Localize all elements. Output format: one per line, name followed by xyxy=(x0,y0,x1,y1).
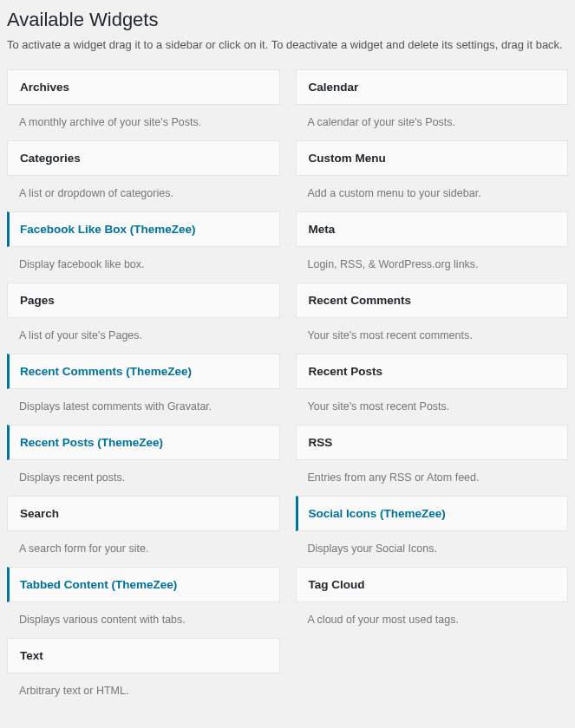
widget-description: Your site's most recent comments. xyxy=(296,318,569,354)
widget-description: Displays various content with tabs. xyxy=(7,602,280,638)
widget-description: A list or dropdown of categories. xyxy=(7,176,280,211)
widget-rss[interactable]: RSS xyxy=(296,425,569,460)
widget-description: Entries from any RSS or Atom feed. xyxy=(296,460,569,496)
widget-facebook-like-box-themezee[interactable]: Facebook Like Box (ThemeZee) xyxy=(7,211,280,247)
widget-recent-posts-themezee[interactable]: Recent Posts (ThemeZee) xyxy=(7,425,280,460)
widget-pages[interactable]: Pages xyxy=(7,283,280,318)
page-title: Available Widgets xyxy=(7,9,568,31)
widget-archives[interactable]: Archives xyxy=(7,69,280,105)
widget-columns: ArchivesA monthly archive of your site's… xyxy=(7,69,568,709)
widget-column-right: CalendarA calendar of your site's Posts.… xyxy=(296,69,569,709)
widget-description: A monthly archive of your site's Posts. xyxy=(7,105,280,140)
widget-calendar[interactable]: Calendar xyxy=(296,69,569,105)
widget-description: Add a custom menu to your sidebar. xyxy=(296,176,569,211)
widget-column-left: ArchivesA monthly archive of your site's… xyxy=(7,69,280,709)
widget-recent-posts[interactable]: Recent Posts xyxy=(296,354,569,389)
widget-recent-comments[interactable]: Recent Comments xyxy=(296,283,569,318)
widget-description: A search form for your site. xyxy=(7,531,280,567)
widget-description: Display facebook like box. xyxy=(7,247,280,283)
widget-description: A calendar of your site's Posts. xyxy=(296,105,569,140)
widget-description: Login, RSS, & WordPress.org links. xyxy=(296,247,569,283)
widget-recent-comments-themezee[interactable]: Recent Comments (ThemeZee) xyxy=(7,354,280,389)
widget-meta[interactable]: Meta xyxy=(296,211,569,247)
page-description: To activate a widget drag it to a sideba… xyxy=(7,36,568,54)
widget-search[interactable]: Search xyxy=(7,496,280,531)
widget-description: Displays latest comments with Gravatar. xyxy=(7,389,280,425)
widget-text[interactable]: Text xyxy=(7,638,280,673)
widget-tag-cloud[interactable]: Tag Cloud xyxy=(296,567,569,602)
widget-tabbed-content-themezee[interactable]: Tabbed Content (ThemeZee) xyxy=(7,567,280,602)
widget-custom-menu[interactable]: Custom Menu xyxy=(296,140,569,176)
widget-description: A list of your site's Pages. xyxy=(7,318,280,354)
widget-categories[interactable]: Categories xyxy=(7,140,280,176)
widget-description: Displays your Social Icons. xyxy=(296,531,569,567)
widget-description: Displays recent posts. xyxy=(7,460,280,496)
widget-social-icons-themezee[interactable]: Social Icons (ThemeZee) xyxy=(296,496,569,531)
widget-description: A cloud of your most used tags. xyxy=(296,602,569,638)
widget-description: Your site's most recent Posts. xyxy=(296,389,569,425)
widget-description: Arbitrary text or HTML. xyxy=(7,673,280,709)
